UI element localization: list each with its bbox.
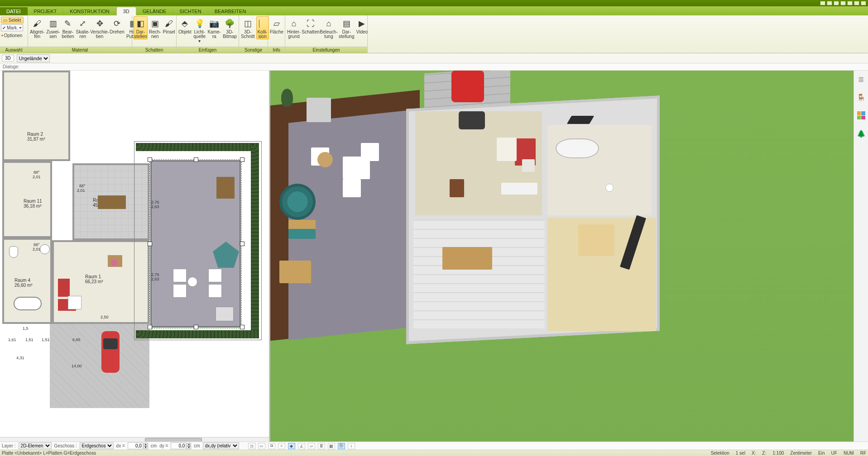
darstellen-icon: ◧ — [134, 18, 146, 29]
tab-projekt[interactable]: PROJEKT — [28, 7, 64, 15]
tab-sichten[interactable]: SICHTEN — [173, 7, 208, 15]
layer-select[interactable]: 2D-Elemen — [19, 442, 52, 449]
tab-3d[interactable]: 3D — [116, 7, 136, 15]
ribbon-kollision-button[interactable]: ⎸Kolli-sion — [256, 16, 269, 39]
tool-icon-ortho[interactable]: ◆ — [288, 443, 295, 449]
optionen-button[interactable]: +Optionen — [1, 33, 22, 38]
ribbon-group-title: Einstellungen — [285, 47, 367, 53]
status-ein: Ein — [818, 451, 825, 456]
tool-icon-layers[interactable]: ≣ — [318, 443, 325, 449]
hintergrund-icon: ⌂ — [288, 18, 300, 29]
tab-bearbeiten[interactable]: BEARBEITEN — [208, 7, 253, 15]
tool-icon-north[interactable]: Ⓝ — [338, 443, 345, 449]
coord-mode-select[interactable]: dx,dy (relativ ka — [203, 442, 239, 449]
rechnen-icon: ▣ — [149, 18, 161, 29]
workspace: Raum 231,87 m² Raum 1136,18 m² Raum 426,… — [0, 71, 868, 442]
mark-dropdown[interactable]: ✔Mark. — [1, 24, 23, 31]
window-3d — [459, 111, 485, 129]
ribbon-schatten2-button[interactable]: ⛶Schatten — [302, 16, 319, 35]
viewport-2d[interactable]: Raum 231,87 m² Raum 1136,18 m² Raum 426,… — [0, 71, 270, 442]
dialoge-bar: Dialoge: — [0, 63, 868, 71]
viewport-3d[interactable]: ≣ 🪑 🌲 — [270, 71, 868, 442]
ribbon-video-button[interactable]: ▶Video — [355, 16, 368, 35]
ribbon-btn-label: Schatten — [302, 30, 319, 34]
lounge-3d — [361, 143, 379, 161]
win-btn-3[interactable] — [834, 1, 839, 5]
status-sel-count: 1 sel — [736, 451, 745, 456]
kollision-icon: ⎸ — [257, 18, 269, 29]
ribbon-pinsel-button[interactable]: 🖌Pinsel — [163, 16, 176, 35]
tree-icon[interactable]: 🌲 — [856, 128, 866, 138]
dim-label: 1,51 — [25, 337, 34, 342]
ribbon-zuweisen-button[interactable]: ▥Zuwei-sen — [46, 16, 60, 39]
ribbon-kamera-button[interactable]: 📷Kame-ra — [207, 16, 221, 39]
beleuchtung-icon: ⌂ — [323, 18, 335, 29]
skalieren-icon: ⤢ — [77, 18, 89, 29]
view-tag-3d: 3D — [2, 55, 14, 62]
color-swatch-icon[interactable] — [856, 110, 866, 120]
ribbon-skalieren-button[interactable]: ⤢Skalie-ren — [76, 16, 91, 39]
win-btn-5[interactable] — [847, 1, 853, 5]
ribbon-rechnen-button[interactable]: ▣Rech-nen — [149, 16, 162, 39]
win-btn-6[interactable] — [854, 1, 859, 5]
picnic-set-3d — [279, 261, 311, 283]
ribbon-objekt-button[interactable]: ⬘Objekt — [178, 16, 192, 35]
ribbon-darstellen-button[interactable]: ◧Dar-stellen — [134, 16, 148, 39]
dining-table-3d — [442, 247, 492, 270]
ribbon-bearbeiten-button[interactable]: ✎Bear-beiten — [61, 16, 74, 39]
dx-unit: cm — [151, 443, 157, 448]
tab-datei[interactable]: DATEI — [0, 7, 28, 15]
ribbon-group-title: Schatten — [132, 47, 176, 53]
win-btn-1[interactable] — [820, 1, 825, 5]
tool-icon-info[interactable]: i — [348, 443, 355, 449]
drehen-icon: ⟳ — [111, 18, 123, 29]
pinsel-icon: 🖌 — [163, 18, 175, 29]
tool-icon-angle[interactable]: ∠ — [298, 443, 305, 449]
ribbon-group-einfuegen: ⬘Objekt💡Licht-quelle ▾📷Kame-ra🌳3D-Bitmap… — [177, 15, 239, 53]
zuweisen-icon: ▥ — [47, 18, 59, 29]
tool-icon-snap[interactable]: ✧ — [278, 443, 285, 449]
dy-input[interactable]: ▲▼ — [171, 442, 191, 449]
ribbon-btn-label: Kolli-sion — [257, 30, 267, 39]
layers-icon[interactable]: ≣ — [856, 74, 866, 84]
tool-icon-plane[interactable]: ▱ — [308, 443, 315, 449]
room-3d-tiled — [413, 220, 545, 328]
tool-icon-grid[interactable]: ▦ — [328, 443, 335, 449]
ribbon-group-title: Auswahl — [0, 47, 28, 53]
furniture-icon[interactable]: 🪑 — [856, 92, 866, 102]
geschoss-select[interactable]: Erdgeschos — [80, 442, 114, 449]
tool-icon-group[interactable]: ⧉ — [268, 443, 275, 449]
room-block-top-left — [2, 71, 70, 161]
selekt-button[interactable]: ▭ Selekt — [1, 17, 24, 24]
tab-gelaende[interactable]: GELÄNDE — [136, 7, 173, 15]
lounge-3d — [343, 179, 361, 197]
ribbon-3dschnitt-button[interactable]: ◫3D-Schnitt — [240, 16, 255, 39]
win-btn-7[interactable] — [861, 1, 866, 5]
room-3d-bath — [547, 125, 652, 215]
ribbon-beleuchtung-button[interactable]: ⌂Beleuch-tung — [320, 16, 337, 39]
status-unit: Zentimeter — [790, 451, 812, 456]
tool-icon-screen[interactable]: ▭ — [258, 443, 265, 449]
ribbon-flaeche-button[interactable]: ▱Fläche — [269, 16, 284, 35]
terrain-select[interactable]: Urgelände — [17, 54, 50, 62]
tab-konstruktion[interactable]: KONSTRUKTION — [63, 7, 116, 15]
ribbon-abgreifen-button[interactable]: 🖌Abgrei-fen — [29, 16, 45, 39]
bearbeiten-icon: ✎ — [62, 18, 74, 29]
win-btn-4[interactable] — [840, 1, 846, 5]
win-btn-2[interactable] — [827, 1, 832, 5]
tool-icon-clock[interactable]: ◷ — [248, 443, 255, 449]
ribbon-hintergrund-button[interactable]: ⌂Hinter-grund — [287, 16, 301, 39]
dx-input[interactable]: ▲▼ — [128, 442, 148, 449]
3dbitmap-icon: 🌳 — [224, 18, 235, 29]
ribbon-3dbitmap-button[interactable]: 🌳3D-Bitmap — [222, 16, 237, 39]
dim-label: 1,61 — [8, 337, 16, 342]
window-controls — [0, 0, 868, 6]
ribbon-darstellung-button[interactable]: ▤Dar-stellung — [338, 16, 355, 39]
ribbon-group-title: Info — [268, 47, 285, 53]
ribbon-btn-label: Fläche — [270, 30, 283, 34]
ribbon-verschieben-button[interactable]: ✥Verschie-ben — [91, 16, 108, 39]
dim-label: 2,76 — [151, 200, 159, 204]
ribbon-lichtquelle-button[interactable]: 💡Licht-quelle ▾ — [193, 16, 206, 44]
ribbon-drehen-button[interactable]: ⟳Drehen — [109, 16, 125, 35]
plan-canvas[interactable]: Raum 231,87 m² Raum 1136,18 m² Raum 426,… — [0, 71, 269, 442]
